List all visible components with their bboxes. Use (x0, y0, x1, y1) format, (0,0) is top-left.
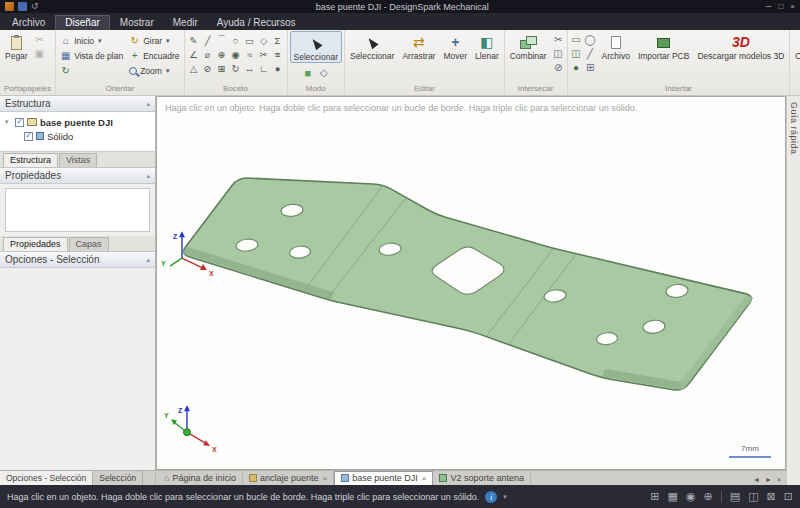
tab-opciones-seleccion[interactable]: Opciones - Selección (0, 471, 93, 485)
sketch-tool-icon[interactable]: ◇ (257, 33, 271, 47)
sketch-tool-icon[interactable]: ╱ (201, 33, 215, 47)
sketch-tool-icon[interactable]: ⊕ (215, 47, 229, 61)
sketch-tool-icon[interactable]: ✎ (187, 33, 201, 47)
sketch-tool-icon[interactable]: ↻ (229, 61, 243, 75)
tab-ayuda[interactable]: Ayuda / Recursos (208, 16, 305, 30)
info-icon[interactable]: i (485, 491, 497, 503)
tab-disenar[interactable]: Diseñar (55, 15, 109, 30)
close-document-icon[interactable]: × (777, 476, 781, 483)
split-face-icon[interactable]: ◫ (552, 47, 565, 60)
close-tab-icon[interactable]: × (422, 474, 427, 483)
sketch-tool-icon[interactable]: ↔ (243, 61, 257, 75)
3d-viewport[interactable]: Haga clic en un objeto. Haga doble clic … (156, 96, 786, 470)
doc-tab-anclaje[interactable]: anclaje puente × (243, 472, 334, 485)
visibility-checkbox[interactable]: ✓ (24, 132, 33, 141)
tab-propiedades[interactable]: Propiedades (3, 237, 68, 251)
insert-origin-icon[interactable]: ● (570, 61, 583, 74)
section-view-icon[interactable]: ⊠ (767, 490, 776, 503)
tree-item-root[interactable]: ▾ ✓ base puente DJI (0, 115, 155, 129)
minimize-button[interactable]: ─ (766, 2, 772, 11)
undo-icon[interactable]: ↺ (31, 2, 39, 11)
insert-mirror-icon[interactable]: ◫ (570, 47, 583, 60)
sketch-mode-icon[interactable]: ■ (301, 66, 314, 79)
collapse-icon[interactable]: ▴ (146, 172, 150, 180)
visibility-checkbox[interactable]: ✓ (15, 118, 24, 127)
sketch-tool-icon[interactable]: Σ (271, 33, 285, 47)
move-button[interactable]: + Mover (440, 31, 470, 61)
sketch-tool-icon[interactable]: ⌒ (215, 33, 229, 47)
estructura-header[interactable]: Estructura ▴ (0, 96, 155, 112)
section-mode-icon[interactable]: ◇ (317, 66, 330, 79)
sketch-tool-icon[interactable]: ⌀ (201, 47, 215, 61)
insert-file-button[interactable]: Archivo (599, 31, 633, 61)
download-3d-button[interactable]: 3D Descargar modelos 3D (694, 31, 787, 61)
inicio-button[interactable]: ⌂ Inicio▾ (58, 33, 125, 48)
drag-button[interactable]: ⇄ Arrastrar (399, 31, 438, 61)
sketch-tool-icon[interactable]: ✂ (257, 47, 271, 61)
tab-capas[interactable]: Capas (69, 237, 109, 251)
sketch-tool-icon[interactable]: ▭ (243, 33, 257, 47)
snap-angle-icon[interactable]: ⊕ (704, 490, 713, 503)
export-options-button[interactable]: ⊡ Opciones de exportación▾ (792, 31, 800, 61)
maximize-button[interactable]: □ (778, 2, 783, 11)
girar-button[interactable]: ↻ Girar▾ (127, 33, 181, 48)
save-icon[interactable] (18, 2, 27, 11)
doc-tab-inicio[interactable]: ⌂ Página de inicio (158, 472, 243, 485)
insert-plane-icon[interactable]: ▭ (570, 33, 583, 46)
sketch-tool-icon[interactable]: ◉ (229, 47, 243, 61)
import-pcb-button[interactable]: Importar PCB (635, 31, 693, 61)
opciones-header[interactable]: Opciones - Selección ▴ (0, 252, 155, 268)
display-style-icon[interactable]: ◫ (748, 490, 758, 503)
selection-filter-icon[interactable]: ◉ (686, 490, 696, 503)
tab-archivo[interactable]: Archivo (3, 16, 54, 30)
sketch-tool-icon[interactable]: ⊞ (215, 61, 229, 75)
collapse-icon[interactable]: ▴ (146, 100, 150, 108)
layers-icon[interactable]: ▤ (730, 490, 740, 503)
project-icon[interactable]: ⊘ (552, 61, 565, 74)
snap-grid-icon[interactable]: ⊞ (650, 490, 659, 503)
sketch-tool-icon[interactable]: ○ (229, 33, 243, 47)
insert-axis-icon[interactable]: ╱ (584, 47, 597, 60)
tab-vistas[interactable]: Vistas (59, 153, 97, 167)
info-dropdown-icon[interactable]: ▾ (503, 493, 507, 501)
insert-grid-icon[interactable]: ⊞ (584, 61, 597, 74)
world-triad[interactable]: Z X Y (164, 405, 217, 453)
combine-button[interactable]: Combinar (507, 31, 550, 61)
propiedades-header[interactable]: Propiedades ▴ (0, 168, 155, 184)
3d-scene[interactable]: Z X Y Z X (157, 97, 785, 469)
expander-icon[interactable]: ▾ (5, 118, 12, 126)
doc-tab-soporte-antena[interactable]: V2 soporte antena (433, 472, 531, 485)
tab-mostrar[interactable]: Mostrar (111, 16, 163, 30)
vista-plan-button[interactable]: ▦ Vista de plan (58, 48, 125, 63)
select-button[interactable]: Seleccionar (347, 31, 397, 61)
split-body-icon[interactable]: ✂ (552, 33, 565, 46)
collapse-icon[interactable]: ▴ (146, 256, 150, 264)
spin-button[interactable]: ↻ (58, 63, 125, 78)
sketch-tool-icon[interactable]: ∠ (187, 47, 201, 61)
select-mode-button[interactable]: Seleccionar (290, 31, 342, 63)
encuadre-button[interactable]: + Encuadre (127, 48, 181, 63)
scroll-tabs-right-icon[interactable]: ► (765, 476, 772, 483)
render-options-icon[interactable]: ⊡ (784, 490, 793, 503)
insert-cylinder-icon[interactable]: ◯ (584, 33, 597, 46)
close-tab-icon[interactable]: × (323, 474, 328, 483)
paste-button[interactable]: Pegar (2, 31, 31, 61)
copy-icon[interactable]: ▣ (33, 47, 46, 60)
doc-tab-base-puente[interactable]: base puente DJI × (334, 471, 433, 485)
sketch-tool-icon[interactable]: ∟ (257, 61, 271, 75)
grid-display-icon[interactable]: ▦ (668, 490, 678, 503)
sketch-tool-icon[interactable]: ● (271, 61, 285, 75)
tree-item-solid[interactable]: ✓ Sólido (0, 129, 155, 143)
quick-guide-tab[interactable]: Guía rápida (789, 102, 799, 485)
tab-medir[interactable]: Medir (164, 16, 207, 30)
cut-icon[interactable]: ✂ (33, 33, 46, 46)
sketch-tool-icon[interactable]: ≡ (271, 47, 285, 61)
sketch-tool-icon[interactable]: △ (187, 61, 201, 75)
sketch-tool-icon[interactable]: ≈ (243, 47, 257, 61)
scroll-tabs-left-icon[interactable]: ◄ (753, 476, 760, 483)
zoom-button[interactable]: Zoom▾ (127, 63, 181, 78)
close-button[interactable]: × (790, 2, 795, 11)
tab-seleccion[interactable]: Selección (93, 471, 143, 485)
sketch-tool-icon[interactable]: ⊘ (201, 61, 215, 75)
tab-estructura[interactable]: Estructura (3, 153, 58, 167)
